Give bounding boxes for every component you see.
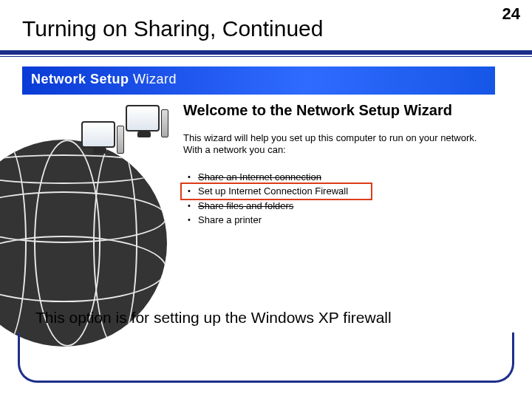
bullet-setup-firewall: Set up Internet Connection Firewall [186,184,486,199]
bullet-text: Share files and folders [198,200,293,211]
slide-frame [18,332,514,383]
wizard-left-graphic [22,95,177,284]
wizard-right-panel: Welcome to the Network Setup Wizard This… [177,95,495,284]
wizard-lead-text: This wizard will help you set up this co… [183,132,486,157]
bullet-text: Share a printer [198,214,262,225]
wizard-titlebar-bold: Network Setup [31,72,129,86]
bullet-text: Set up Internet Connection Firewall [198,185,348,197]
bullet-text: Share an Internet connection [198,171,321,183]
slide-number: 24 [502,4,520,24]
wizard-welcome-heading: Welcome to the Network Setup Wizard [183,102,486,119]
title-rule-thick [0,50,532,55]
wizard-titlebar-light: Wizard [129,72,177,86]
slide-title: Turning on Sharing, Continued [22,16,324,41]
wizard-window: Network Setup Wizard [22,66,495,284]
title-rule-thin [0,56,532,57]
bullet-share-files: Share files and folders [186,199,486,214]
slide: 24 Turning on Sharing, Continued Network… [0,0,532,399]
wizard-graphic [27,99,174,280]
wizard-titlebar: Network Setup Wizard [22,66,495,95]
wizard-body: Welcome to the Network Setup Wizard This… [22,95,495,284]
wizard-bullet-list: Share an Internet connection Set up Inte… [183,170,486,228]
bullet-share-printer: Share a printer [186,213,486,228]
slide-caption: This option is for setting up the Window… [35,309,392,327]
bullet-share-internet: Share an Internet connection [186,170,486,185]
computers-icon [81,105,170,171]
